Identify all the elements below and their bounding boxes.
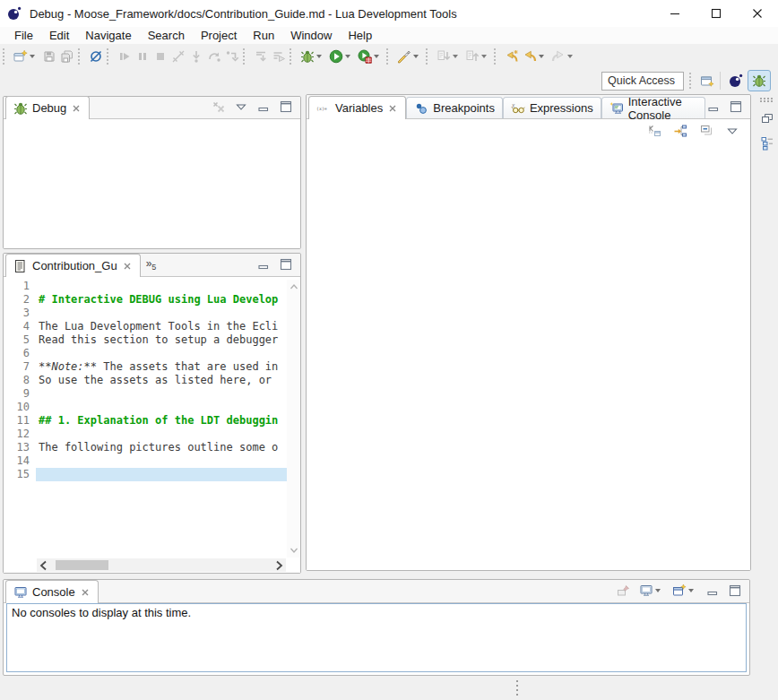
maximize-panel-button[interactable] xyxy=(728,99,744,115)
debug-perspective-button[interactable] xyxy=(748,70,771,91)
scrollbar-thumb[interactable] xyxy=(56,560,108,570)
terminate-button[interactable] xyxy=(151,47,169,66)
forward-button[interactable] xyxy=(549,47,578,66)
dropdown-arrow-icon[interactable] xyxy=(655,589,661,592)
line-content[interactable] xyxy=(36,428,287,441)
step-into-button[interactable] xyxy=(187,47,205,66)
back-button[interactable] xyxy=(521,47,549,66)
close-icon[interactable] xyxy=(80,587,91,598)
dropdown-arrow-icon[interactable] xyxy=(539,55,544,58)
menu-run[interactable]: Run xyxy=(245,28,282,43)
line-content[interactable]: **Note:** The assets that are used in xyxy=(36,360,287,374)
menu-edit[interactable]: Edit xyxy=(41,28,77,43)
dropdown-arrow-icon[interactable] xyxy=(453,55,458,58)
maximize-panel-button[interactable] xyxy=(727,583,743,599)
minimize-panel-button[interactable] xyxy=(705,583,721,599)
next-annotation-button[interactable] xyxy=(435,47,463,66)
tab-variables[interactable]: (x)=Variables xyxy=(308,96,406,119)
line-content[interactable] xyxy=(36,347,287,360)
toolbar-grip[interactable] xyxy=(290,48,295,65)
suspend-button[interactable] xyxy=(134,47,151,66)
open-console-button[interactable] xyxy=(671,583,698,599)
quick-access-input[interactable]: Quick Access xyxy=(601,72,684,91)
scroll-up-icon[interactable] xyxy=(287,280,301,294)
dropdown-arrow-icon[interactable] xyxy=(567,55,573,58)
line-content[interactable]: The Lua Development Tools in the Ecli xyxy=(36,320,287,333)
close-small-icon[interactable] xyxy=(387,103,398,114)
dropdown-arrow-icon[interactable] xyxy=(345,55,350,58)
line-content[interactable]: # Interactive DEBUG using Lua Develop xyxy=(36,293,287,307)
run-button[interactable] xyxy=(327,47,356,66)
toolbar-grip[interactable] xyxy=(386,48,392,65)
scroll-left-icon[interactable] xyxy=(37,558,51,573)
toolbar-grip[interactable] xyxy=(426,48,431,65)
collapse-all-button[interactable] xyxy=(697,121,715,141)
dropdown-arrow-icon[interactable] xyxy=(316,55,322,58)
line-content[interactable] xyxy=(36,280,287,293)
toolbar-grip[interactable] xyxy=(689,73,695,89)
dropdown-arrow-icon[interactable] xyxy=(374,55,379,58)
minimize-panel-button[interactable] xyxy=(255,99,272,115)
line-content[interactable]: Read this section to setup a debugger xyxy=(36,333,287,347)
view-menu-button[interactable] xyxy=(723,121,741,141)
open-perspective-button[interactable] xyxy=(698,71,716,91)
toolbar-grip[interactable] xyxy=(3,48,8,65)
window-minimize-button[interactable] xyxy=(654,0,696,27)
menu-search[interactable]: Search xyxy=(140,28,193,43)
previous-annotation-button[interactable] xyxy=(463,47,492,66)
close-icon[interactable] xyxy=(122,261,133,272)
line-content[interactable] xyxy=(36,307,287,320)
window-maximize-button[interactable] xyxy=(696,0,737,27)
line-content[interactable]: The following pictures outline some o xyxy=(36,441,287,454)
save-button[interactable] xyxy=(40,47,58,66)
menu-window[interactable]: Window xyxy=(282,28,340,43)
sash-handle[interactable] xyxy=(516,680,518,696)
menu-project[interactable]: Project xyxy=(193,28,245,43)
display-selected-console-button[interactable] xyxy=(638,583,665,599)
tab-interactive-console[interactable]: Interactive Console xyxy=(601,97,705,118)
menu-file[interactable]: File xyxy=(6,28,41,43)
new-wizard-button[interactable] xyxy=(12,47,40,66)
maximize-panel-button[interactable] xyxy=(278,256,294,272)
line-content[interactable] xyxy=(36,454,287,468)
maximize-panel-button[interactable] xyxy=(278,99,294,115)
external-tools-button[interactable] xyxy=(395,47,424,66)
resume-button[interactable] xyxy=(116,47,134,66)
scroll-down-icon[interactable] xyxy=(287,543,301,557)
tab-contribution-guide[interactable]: Contribution_Gu xyxy=(5,254,141,277)
line-content[interactable]: So use the assets as listed here, or xyxy=(36,374,287,387)
dropdown-arrow-icon[interactable] xyxy=(481,55,487,58)
tab-breakpoints[interactable]: Breakpoints xyxy=(406,97,503,118)
disconnect-button[interactable] xyxy=(169,47,187,66)
minimize-panel-button[interactable] xyxy=(255,256,272,272)
restore-view-button[interactable] xyxy=(760,111,774,127)
dropdown-arrow-icon[interactable] xyxy=(413,55,419,58)
view-menu-button[interactable] xyxy=(233,99,249,115)
close-icon[interactable] xyxy=(71,103,82,114)
editor-body[interactable]: 12# Interactive DEBUG using Lua Develop3… xyxy=(4,277,300,573)
window-close-button[interactable] xyxy=(737,0,778,27)
step-return-button[interactable] xyxy=(223,47,241,66)
menu-help[interactable]: Help xyxy=(340,28,380,43)
editor-vertical-scrollbar[interactable] xyxy=(287,280,300,557)
tab-debug[interactable]: Debug xyxy=(5,96,90,119)
hidden-editors-chevron[interactable]: »5 xyxy=(141,257,162,272)
lua-perspective-button[interactable] xyxy=(724,70,748,91)
toolbar-grip[interactable] xyxy=(243,48,248,65)
toolbar-grip[interactable] xyxy=(78,48,83,65)
profile-button[interactable] xyxy=(356,47,385,66)
save-all-button[interactable] xyxy=(58,47,76,66)
menu-navigate[interactable]: Navigate xyxy=(77,28,139,43)
skip-all-breakpoints-button[interactable] xyxy=(87,47,105,66)
dropdown-arrow-icon[interactable] xyxy=(30,55,35,58)
toolbar-grip[interactable] xyxy=(494,48,499,65)
editor-horizontal-scrollbar[interactable] xyxy=(37,558,286,572)
minimize-panel-button[interactable] xyxy=(705,99,722,115)
line-content[interactable] xyxy=(36,401,287,414)
pin-console-button[interactable] xyxy=(616,583,632,599)
step-over-button[interactable] xyxy=(205,47,223,66)
toolbar-grip[interactable] xyxy=(107,48,112,65)
code-area[interactable]: 12# Interactive DEBUG using Lua Develop3… xyxy=(4,280,287,557)
use-step-filters-button[interactable] xyxy=(270,47,288,66)
line-content[interactable] xyxy=(36,387,287,401)
